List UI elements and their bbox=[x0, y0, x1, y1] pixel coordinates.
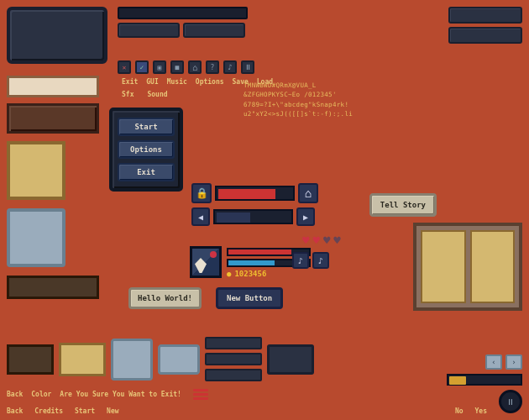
exit-question-text: Are You Sure You Want to Exit! bbox=[60, 391, 181, 398]
pixel-font-display: TMNWBWD#QRmX@VUA_L &ZFGHOPKYSC~Eo /01234… bbox=[244, 81, 420, 118]
question-icon-btn[interactable]: ? bbox=[206, 60, 219, 74]
photo-icon-btn[interactable]: ▣ bbox=[153, 60, 166, 74]
sound-label[interactable]: Sound bbox=[147, 91, 167, 98]
tell-story-btn[interactable]: Tell Story bbox=[369, 193, 437, 217]
bottom-gray-panel-1 bbox=[111, 339, 153, 381]
home-icon-btn[interactable]: ⌂ bbox=[188, 60, 202, 74]
btn-credits[interactable]: Credits bbox=[34, 407, 63, 415]
left-tan-square bbox=[7, 141, 65, 200]
hearts-row: ♥ ♥ ♥ ♥ bbox=[302, 234, 341, 247]
new-button-btn[interactable]: New Button bbox=[216, 287, 283, 309]
music-icon-btn[interactable]: ♪ bbox=[223, 60, 237, 74]
pause-btn[interactable]: ⏸ bbox=[499, 390, 522, 413]
left-brown-panel bbox=[7, 103, 99, 134]
bottom-gray-panel-2 bbox=[158, 344, 200, 375]
sfx-sound-row: Sfx Sound bbox=[122, 91, 168, 98]
arrow-right-btn[interactable]: ▶ bbox=[296, 207, 315, 226]
right-inner-panel-2 bbox=[470, 230, 516, 303]
top-center-area bbox=[118, 7, 248, 38]
arrow-left-btn[interactable]: ◀ bbox=[191, 207, 210, 226]
menu-start-btn[interactable]: Start bbox=[118, 118, 175, 136]
house-icon-btn[interactable]: ⌂ bbox=[298, 183, 318, 203]
square-icon-btn[interactable]: ■ bbox=[170, 60, 184, 74]
nav-arrow-right-btn[interactable]: › bbox=[505, 354, 522, 370]
nav-options[interactable]: Options bbox=[196, 78, 224, 86]
bottom-dark-btn-1[interactable] bbox=[205, 337, 262, 349]
lock-icon-btn[interactable]: 🔒 bbox=[191, 183, 212, 203]
avatar-box bbox=[190, 246, 222, 278]
top-right-btn-wide[interactable] bbox=[448, 7, 522, 24]
nav-gui[interactable]: GUI bbox=[146, 78, 158, 86]
heart-empty-2: ♥ bbox=[333, 234, 340, 247]
heart-full-2: ♥ bbox=[312, 234, 319, 247]
left-gray-square bbox=[7, 208, 65, 267]
top-right-btn-1[interactable] bbox=[448, 27, 522, 44]
pixel-font-line1: TMNWBWD#QRmX@VUA_L bbox=[244, 81, 420, 90]
nav-arrow-left-btn[interactable]: ‹ bbox=[485, 354, 502, 370]
menu-exit-btn[interactable]: Exit bbox=[118, 163, 175, 181]
long-top-btn[interactable] bbox=[118, 7, 248, 19]
bottom-panels-row bbox=[7, 337, 314, 381]
bottom-mini-row: Back Credits Start New bbox=[7, 407, 119, 415]
bottom-dark-btn-3[interactable] bbox=[205, 369, 262, 381]
top-left-panel bbox=[7, 7, 107, 64]
hello-world-btn[interactable]: Hello World! bbox=[128, 287, 202, 309]
right-inner-panel-1 bbox=[421, 230, 466, 303]
no-yes-row: No Yes bbox=[455, 407, 487, 415]
music-icon-2[interactable]: ♪ bbox=[312, 252, 329, 269]
btn-yes[interactable]: Yes bbox=[475, 407, 487, 415]
pixel-font-line2: &ZFGHOPKYSC~Eo /012345' bbox=[244, 90, 420, 99]
bottom-color-label[interactable]: Color bbox=[31, 391, 51, 398]
btn-no[interactable]: No bbox=[455, 407, 464, 415]
med-btn-1[interactable] bbox=[118, 23, 180, 38]
nav-music[interactable]: Music bbox=[167, 78, 187, 86]
bottom-dark-btn-2[interactable] bbox=[205, 353, 262, 365]
right-large-panel bbox=[413, 223, 522, 311]
icon-row: ✕ ✓ ▣ ■ ⌂ ? ♪ ⏸ bbox=[118, 60, 254, 74]
gold-amount: 1023456 bbox=[234, 270, 266, 278]
gold-display: ● 1023456 bbox=[227, 270, 311, 278]
btn-back[interactable]: Back bbox=[7, 407, 23, 415]
bottom-dark-panel bbox=[7, 344, 54, 375]
right-bottom-area: ‹ › ⏸ bbox=[447, 354, 522, 413]
bottom-tan-panel bbox=[59, 343, 106, 376]
slider-dark[interactable] bbox=[213, 209, 293, 224]
pixel-font-line3: 6789=?I+\"abcdeg"kSnap4rk! bbox=[244, 100, 420, 109]
music-icon-1[interactable]: ♪ bbox=[292, 252, 309, 269]
music-icons-row: ♪ ♪ bbox=[292, 252, 329, 269]
menu-options-btn[interactable]: Options bbox=[118, 140, 175, 159]
hamburger-icon[interactable] bbox=[193, 389, 208, 400]
heart-full-1: ♥ bbox=[302, 234, 309, 247]
slider-red[interactable] bbox=[215, 186, 295, 201]
menu-panel: Start Options Exit bbox=[109, 108, 183, 192]
controls-area: 🔒 ⌂ ◀ ▶ bbox=[191, 183, 318, 226]
sfx-label[interactable]: Sfx bbox=[122, 91, 134, 98]
top-right-buttons bbox=[448, 7, 522, 44]
bottom-dark-panel-2 bbox=[267, 344, 314, 375]
close-icon-btn[interactable]: ✕ bbox=[118, 60, 131, 74]
bottom-back-label[interactable]: Back bbox=[7, 391, 23, 398]
pause-icon-btn[interactable]: ⏸ bbox=[241, 60, 254, 74]
heart-empty-1: ♥ bbox=[323, 234, 330, 247]
btn-new[interactable]: New bbox=[107, 407, 118, 415]
med-btn-2[interactable] bbox=[183, 23, 245, 38]
left-cream-panel bbox=[7, 76, 99, 97]
bottom-label-row: Back Color Are You Sure You Want to Exit… bbox=[7, 389, 208, 400]
progress-bar[interactable] bbox=[447, 374, 522, 386]
check-icon-btn[interactable]: ✓ bbox=[135, 60, 149, 74]
pixel-font-line4: u2"xY2<>sJ(([[]s`t:-f):;.li bbox=[244, 109, 420, 118]
nav-exit[interactable]: Exit bbox=[122, 78, 138, 86]
left-bottom-dark bbox=[7, 276, 99, 299]
btn-start[interactable]: Start bbox=[75, 407, 95, 415]
